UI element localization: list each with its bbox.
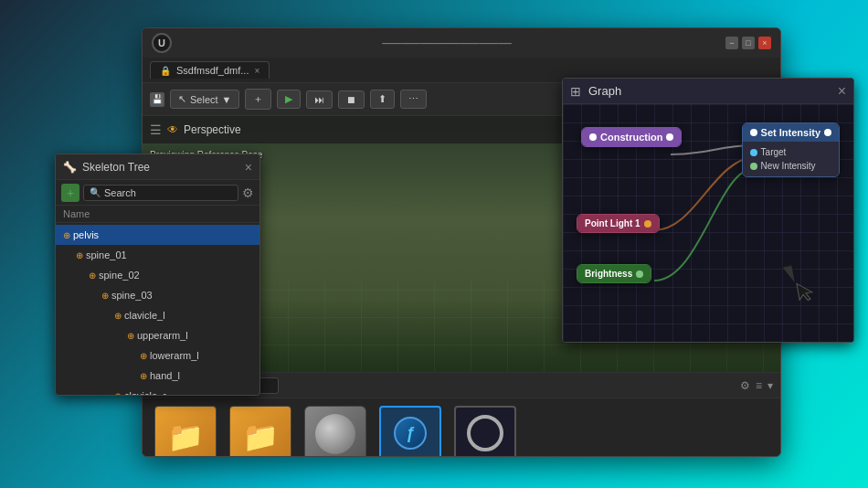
skeleton-search-input[interactable]: 🔍 Search [83,185,238,201]
play-button[interactable]: ▶ [277,90,301,109]
bone-icon-spine02: ⊕ [89,271,96,281]
dropdown-icon: ▼ [222,94,232,105]
set-intensity-header: Set Intensity [743,123,839,142]
construction-exec-in [589,133,597,141]
set-intensity-exec-out [824,129,831,136]
skeleton-panel-title: Skeleton Tree [82,161,239,174]
perspective-icon: 👁 [167,123,178,136]
tree-item-clavicle-l[interactable]: ⊕ clavicle_l [56,305,259,325]
cb-item-3d-plants[interactable]: 3D_Plants [303,406,367,457]
tab-label: Ssdfmsdf_dmf... [176,65,249,76]
cursor-icon: ↖ [178,93,186,105]
new-intensity-pin-label: New Intensity [761,161,816,171]
step-icon: ⏭ [314,94,324,105]
hamburger-icon[interactable]: ☰ [150,122,162,137]
target-pin-dot [750,149,757,156]
cb-item-surface[interactable]: 📁 Surface [228,406,292,457]
skeleton-settings-icon[interactable]: ⚙ [242,186,254,200]
bone-icon-clavicle-l: ⊕ [114,311,122,321]
select-label: Select [190,94,218,105]
tree-item-spine-01[interactable]: ⊕ spine_01 [56,245,259,265]
stop-icon: ⏹ [346,94,356,105]
skeleton-panel-toolbar: + 🔍 Search ⚙ [56,180,259,206]
graph-grid-icon: ⊞ [570,84,581,99]
bone-icon-spine01: ⊕ [76,250,83,260]
folder-thumb-3d-assets: 📁 [154,406,217,457]
tree-item-label-pelvis: pelvis [73,229,99,240]
skeleton-panel-titlebar: 🦴 Skeleton Tree × [56,154,259,180]
cb-item-3d-assets[interactable]: 📁 3D_Assets [153,406,217,457]
filter-icon[interactable]: ▾ [767,379,773,392]
construction-node-label: Construction [600,132,662,143]
more-button[interactable]: ⋯ [400,90,427,109]
search-magnifier-icon: 🔍 [90,187,101,197]
skeleton-add-button[interactable]: + [61,184,79,202]
point-light-label: Point Light 1 [585,218,640,228]
ue-logo: U [152,33,172,53]
stop-button[interactable]: ⏹ [338,90,365,109]
graph-title: Graph [588,84,831,98]
bone-icon-spine03: ⊕ [101,291,109,301]
point-light-output-pin [644,220,651,228]
perspective-label: Perspective [184,123,241,136]
list-view-icon[interactable]: ≡ [756,379,762,392]
graph-canvas[interactable]: Construction Set Intensity Target New In… [563,104,853,342]
tab-close-icon[interactable]: × [254,66,259,76]
settings-icon[interactable]: ⚙ [740,379,750,392]
tree-item-label-lowerarm-l: lowerarm_l [150,350,199,361]
set-intensity-node[interactable]: Set Intensity Target New Intensity [742,122,840,177]
upload-button[interactable]: ⬆ [370,90,395,109]
tree-item-spine-03[interactable]: ⊕ spine_03 [56,285,259,305]
maximize-button[interactable]: □ [742,37,755,49]
new-intensity-pin-dot [750,163,757,170]
skeleton-icon: 🦴 [63,161,77,174]
tree-item-pelvis[interactable]: ⊕ pelvis [56,225,259,245]
title-controls: ──────────────────── [382,38,515,48]
skeleton-panel-close[interactable]: × [245,160,252,175]
graph-close-button[interactable]: × [838,83,846,100]
brightness-label: Brightness [585,269,632,279]
skeleton-search-label: Search [104,187,136,198]
select-button[interactable]: ↖ Select ▼ [170,90,239,109]
cb-item-bgl-ce[interactable]: BGL_CE [453,406,517,457]
window-titlebar: U ──────────────────── − □ × [143,28,780,58]
window-buttons: − □ × [725,37,771,49]
target-pin-label: Target [761,147,787,157]
cb-item-bp-library[interactable]: ƒ BP_Library [378,406,442,457]
tree-item-spine-02[interactable]: ⊕ spine_02 [56,265,259,285]
construction-exec-out [666,133,673,141]
tree-item-label-clavicle-l: clavicle_l [124,310,165,321]
brightness-node[interactable]: Brightness [577,264,651,283]
more-icon: ⋯ [408,93,418,105]
bone-icon-lowerarm-l: ⊕ [140,351,147,361]
cursor-icon [795,279,817,303]
brightness-output-pin [636,271,643,278]
tree-item-hand-l[interactable]: ⊕ hand_l [56,366,259,386]
minimize-button[interactable]: − [725,37,738,49]
set-intensity-label: Set Intensity [761,127,820,138]
tree-item-lowerarm-l[interactable]: ⊕ lowerarm_l [56,345,259,366]
main-tab[interactable]: 🔒 Ssdfmsdf_dmf... × [150,61,270,79]
point-light-node[interactable]: Point Light 1 [577,214,660,233]
bone-icon-pelvis: ⊕ [63,230,70,240]
bone-icon-clavicle-r: ⊕ [114,391,122,397]
tree-item-label-spine01: spine_01 [86,249,127,260]
add-button[interactable]: ＋ [245,89,271,110]
skeleton-tree-items: ⊕ pelvis ⊕ spine_01 ⊕ spine_02 ⊕ spine_0… [56,223,259,396]
tree-item-upperarm-l[interactable]: ⊕ upperarm_l [56,325,259,345]
construction-node-header: Construction [582,128,681,146]
folder-thumb-surface: 📁 [229,406,291,457]
tree-item-clavicle-r[interactable]: ⊕ clavicle_r [56,386,259,396]
close-button[interactable]: × [758,37,771,49]
tree-item-label-clavicle-r: clavicle_r [124,390,166,396]
set-intensity-exec-in [750,129,757,136]
save-icon[interactable]: 💾 [150,92,164,107]
skeleton-column-header: Name [56,206,259,223]
tree-item-label-spine02: spine_02 [99,270,140,281]
skeleton-tree-panel: 🦴 Skeleton Tree × + 🔍 Search ⚙ Name ⊕ pe… [55,154,260,396]
construction-node[interactable]: Construction [581,127,682,147]
sphere-thumb-3d-plants [304,406,366,457]
name-column-label: Name [63,208,90,219]
title-spacer: ──────────────────── [382,38,512,48]
step-button[interactable]: ⏭ [306,90,333,109]
